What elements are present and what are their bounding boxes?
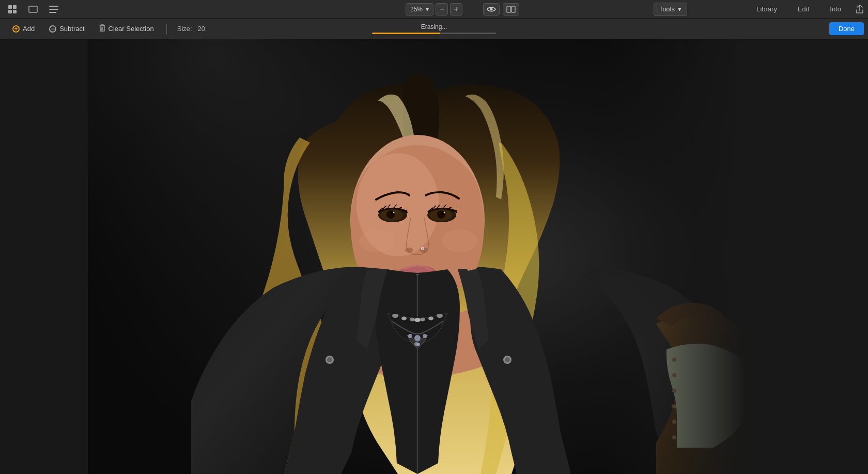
svg-point-36 [327, 357, 332, 362]
zoom-select-wrapper[interactable]: 25% ▾ [406, 3, 433, 16]
toolbar-divider [166, 24, 167, 34]
clear-selection-label: Clear Selection [109, 25, 154, 33]
svg-point-40 [401, 317, 407, 320]
svg-point-43 [420, 318, 425, 322]
window-view-button[interactable] [26, 2, 40, 17]
eye-view-button[interactable] [483, 3, 500, 16]
share-button[interactable] [851, 0, 868, 18]
svg-rect-7 [49, 12, 56, 13]
photo-canvas[interactable] [88, 39, 780, 474]
tools-dropdown[interactable]: Tools ▾ [654, 3, 687, 16]
svg-point-26 [444, 212, 445, 213]
canvas-area[interactable] [0, 39, 868, 474]
toolbar-left [0, 2, 66, 17]
svg-point-8 [490, 8, 493, 10]
view-toggle-buttons [483, 3, 519, 16]
svg-point-48 [423, 334, 427, 338]
erase-toolbar: + Add − Subtract Clear Selection Size: 2… [0, 19, 868, 39]
size-value: 20 [197, 25, 205, 33]
zoom-controls: 25% ▾ − + [406, 3, 462, 16]
svg-point-32 [442, 230, 478, 252]
svg-rect-4 [29, 6, 37, 12]
svg-rect-2 [8, 10, 12, 13]
top-toolbar: 25% ▾ − + Tools ▾ [0, 0, 868, 19]
svg-rect-9 [507, 6, 510, 12]
svg-rect-6 [49, 9, 58, 10]
clear-selection-button[interactable]: Clear Selection [93, 22, 160, 35]
subtract-label: Subtract [59, 25, 84, 33]
split-view-button[interactable] [503, 3, 519, 16]
grid-view-button[interactable] [5, 2, 20, 17]
add-label: Add [23, 25, 35, 33]
svg-point-27 [405, 248, 413, 253]
svg-point-21 [393, 212, 395, 213]
svg-rect-10 [512, 6, 515, 12]
svg-point-41 [410, 318, 415, 322]
done-button[interactable]: Done [829, 22, 864, 35]
toolbar-right-nav: Library Edit Info [746, 0, 868, 18]
add-button[interactable]: + Add [6, 23, 41, 35]
menu-button[interactable] [47, 2, 61, 17]
subtract-button[interactable]: − Subtract [43, 23, 90, 35]
svg-point-50 [417, 343, 420, 346]
zoom-decrease-button[interactable]: − [436, 3, 448, 16]
svg-point-31 [359, 230, 395, 252]
svg-rect-5 [49, 6, 58, 7]
svg-rect-1 [13, 5, 17, 9]
svg-point-38 [505, 357, 510, 362]
library-nav-item[interactable]: Library [746, 0, 787, 18]
subtract-icon: − [49, 25, 56, 33]
svg-point-39 [392, 314, 398, 318]
svg-rect-3 [13, 10, 17, 13]
size-label: Size: 20 [177, 25, 205, 33]
svg-point-42 [414, 318, 421, 322]
svg-point-47 [408, 334, 412, 338]
progress-bar-track [372, 33, 496, 34]
add-icon: + [12, 25, 20, 33]
svg-point-45 [437, 314, 443, 318]
svg-point-46 [414, 335, 421, 341]
erase-status-text: Erasing... [421, 23, 447, 30]
zoom-value: 25% [410, 6, 423, 13]
erase-status: Erasing... [362, 23, 506, 34]
tools-arrow-icon: ▾ [678, 5, 681, 13]
svg-point-44 [428, 317, 433, 320]
info-nav-item[interactable]: Info [819, 0, 851, 18]
svg-point-19 [386, 210, 395, 219]
zoom-increase-button[interactable]: + [450, 3, 462, 16]
svg-point-30 [422, 248, 424, 250]
zoom-dropdown-arrow: ▾ [426, 6, 429, 13]
edit-nav-item[interactable]: Edit [787, 0, 819, 18]
svg-rect-0 [8, 5, 12, 9]
progress-bar-fill [372, 33, 440, 34]
svg-point-24 [437, 210, 445, 219]
trash-icon [99, 24, 105, 33]
tools-label: Tools [659, 5, 675, 13]
